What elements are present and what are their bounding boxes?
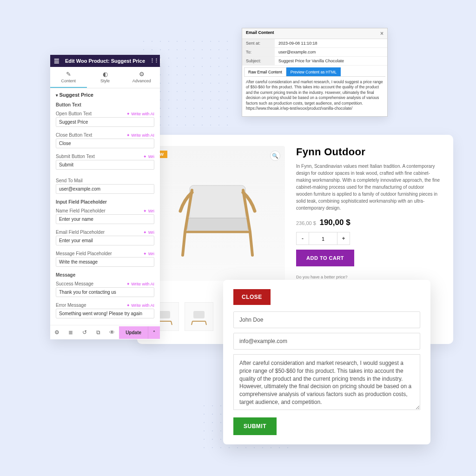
quantity-stepper: - 1 + (296, 232, 440, 245)
send-to-mail-input[interactable] (56, 184, 154, 194)
sent-at-value: 2023-09-08 11:10:18 (275, 39, 387, 47)
tab-advanced[interactable]: ⚙Advanced (123, 67, 160, 88)
write-with-ai-link[interactable]: Wri (143, 209, 154, 213)
qty-decrease-button[interactable]: - (296, 232, 309, 245)
message-placeholder-input[interactable] (56, 257, 154, 267)
open-button-text-input[interactable] (56, 117, 154, 127)
label-send-to-mail: Send To Mail (56, 178, 83, 183)
submit-button-text-input[interactable] (56, 160, 154, 170)
gear-icon: ⚙ (123, 71, 160, 78)
label-message-placeholder: Message Field Placeholder (56, 251, 112, 256)
history-icon[interactable]: ↺ (78, 325, 92, 339)
responsive-icon[interactable]: ⧉ (92, 325, 106, 339)
to-value: user@example.com (275, 48, 387, 56)
group-button-text: Button Text (50, 99, 160, 108)
tab-preview-html[interactable]: Preview Content as HTML (286, 67, 341, 76)
success-message-input[interactable] (56, 287, 154, 297)
price: 236,00 $ 190,00 $ (296, 218, 440, 227)
write-with-ai-link[interactable]: Write with AI (126, 282, 154, 286)
write-with-ai-link[interactable]: Write with AI (126, 133, 154, 138)
update-options-button[interactable]: ˄ (148, 326, 160, 339)
close-button[interactable]: CLOSE (233, 289, 271, 305)
subject-value: Suggest Price for Vanilla Chocolate (275, 57, 387, 65)
qty-increase-button[interactable]: + (337, 232, 350, 245)
product-image: NEW 🔍 (150, 146, 285, 281)
email-input[interactable] (233, 333, 420, 350)
email-placeholder-input[interactable] (56, 236, 154, 245)
group-placeholders: Input Field Placeholder (50, 197, 160, 205)
write-with-ai-link[interactable]: Write with AI (126, 303, 154, 308)
label-open-button: Open Button Text (56, 111, 92, 116)
email-dialog-title: Email Content (246, 30, 274, 37)
qty-value[interactable]: 1 (309, 232, 337, 245)
panel-title: Edit Woo Product: Suggest Price (60, 58, 150, 64)
zoom-icon[interactable]: 🔍 (270, 151, 280, 161)
svg-rect-1 (187, 218, 248, 232)
group-messages: Message (50, 270, 160, 278)
panel-header: Edit Woo Product: Suggest Price (50, 55, 160, 67)
write-with-ai-link[interactable]: Write with AI (126, 112, 154, 116)
error-message-input[interactable] (56, 309, 154, 318)
email-content-dialog: Email Content × Sent at:2023-09-08 11:10… (242, 28, 388, 117)
tab-raw-email[interactable]: Raw Email Content (244, 67, 286, 76)
name-placeholder-input[interactable] (56, 214, 154, 224)
contrast-icon: ◐ (87, 71, 124, 78)
product-title: Fynn Outdoor (296, 146, 440, 158)
close-button-text-input[interactable] (56, 139, 154, 148)
write-with-ai-link[interactable]: Wri (143, 230, 154, 235)
suggest-price-form: CLOSE SUBMIT (223, 280, 430, 444)
to-label: To: (242, 48, 275, 56)
label-close-button: Close Button Text (56, 132, 92, 138)
pencil-icon: ✎ (50, 71, 87, 78)
menu-icon[interactable] (54, 58, 60, 64)
apps-icon[interactable] (150, 58, 156, 64)
tab-content[interactable]: ✎Content (50, 67, 87, 88)
navigator-icon[interactable]: ≣ (64, 325, 78, 339)
label-email-placeholder: Email Field Placeholder (56, 230, 105, 235)
close-icon[interactable]: × (380, 30, 383, 37)
better-price-label: Do you have a better price? (296, 275, 440, 279)
email-body-text: After careful consideration and market r… (242, 77, 387, 116)
price-old: 236,00 $ (296, 220, 316, 226)
svg-rect-0 (190, 185, 245, 223)
sent-at-label: Sent at: (242, 39, 275, 47)
add-to-cart-button[interactable]: ADD TO CART (296, 250, 354, 266)
svg-rect-2 (159, 311, 170, 318)
elementor-panel: Edit Woo Product: Suggest Price ✎Content… (50, 55, 160, 339)
section-suggest-price[interactable]: Suggest Price (50, 88, 160, 99)
settings-icon[interactable]: ⚙ (50, 325, 64, 339)
write-with-ai-link[interactable]: Wri (143, 251, 154, 256)
label-error-message: Error Message (56, 303, 86, 308)
message-textarea[interactable] (233, 354, 420, 410)
submit-button[interactable]: SUBMIT (233, 417, 277, 435)
panel-tabs: ✎Content ◐Style ⚙Advanced (50, 67, 160, 88)
name-input[interactable] (233, 311, 420, 328)
tab-style[interactable]: ◐Style (87, 67, 124, 88)
svg-rect-3 (193, 311, 205, 318)
update-button[interactable]: Update (119, 326, 148, 339)
subject-label: Subject: (242, 57, 275, 65)
chair-illustration (166, 167, 269, 260)
panel-footer: ⚙ ≣ ↺ ⧉ 👁 Update ˄ (50, 325, 160, 339)
preview-icon[interactable]: 👁 (106, 325, 119, 339)
label-name-placeholder: Name Field Placeholder (56, 208, 106, 213)
price-current: 190,00 $ (319, 218, 350, 227)
product-description: In Fynn, Scandinavian values meet Italia… (296, 163, 440, 212)
label-success-message: Success Message (56, 281, 93, 286)
write-with-ai-link[interactable]: Wri (143, 154, 154, 159)
thumbnail[interactable] (185, 302, 213, 331)
label-submit-button: Submit Button Text (56, 154, 95, 159)
